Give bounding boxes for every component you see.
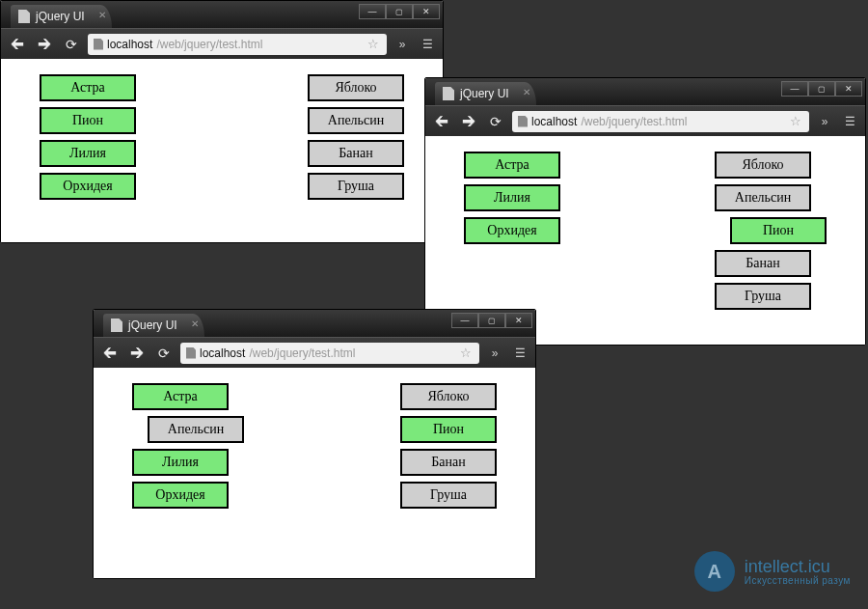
toolbar: 🡰🡲⟳localhost/web/jquery/test.html☆»☰ — [1, 28, 443, 59]
menu-icon[interactable]: ☰ — [840, 112, 859, 131]
sortable-item[interactable]: Лилия — [464, 184, 560, 211]
sortable-item[interactable]: Груша — [715, 283, 811, 310]
sortable-item[interactable]: Апельсин — [308, 107, 404, 134]
sortable-item[interactable]: Орхидея — [464, 217, 560, 244]
close-tab-icon[interactable]: ✕ — [98, 10, 106, 20]
close-tab-icon[interactable]: ✕ — [523, 87, 530, 97]
sortable-item[interactable]: Апельсин — [715, 184, 811, 211]
sortable-list-left[interactable]: АстраЛилияОрхидея — [464, 152, 560, 329]
sortable-item[interactable]: Груша — [308, 173, 404, 200]
sortable-list-right[interactable]: ЯблокоАпельсинПионБананГруша — [715, 152, 827, 329]
page-icon — [443, 87, 454, 100]
url-host: localhost — [200, 346, 245, 360]
maximize-button[interactable] — [808, 81, 835, 97]
back-button[interactable]: 🡰 — [431, 111, 452, 132]
back-button[interactable]: 🡰 — [7, 34, 28, 55]
minimize-button[interactable] — [359, 4, 386, 19]
toolbar: 🡰🡲⟳localhost/web/jquery/test.html☆»☰ — [425, 105, 865, 136]
sortable-item[interactable]: Орхидея — [40, 173, 136, 200]
close-tab-icon[interactable]: ✕ — [191, 318, 199, 329]
sortable-list-right[interactable]: ЯблокоПионБананГруша — [400, 383, 497, 563]
sortable-item[interactable]: Яблоко — [715, 152, 811, 179]
tab-title: jQuery UI — [460, 87, 509, 100]
sortable-item[interactable]: Банан — [308, 140, 404, 167]
page-content: АстраАпельсинЛилияОрхидеяЯблокоПионБанан… — [94, 368, 535, 578]
overflow-icon[interactable]: » — [815, 112, 834, 131]
sortable-item[interactable]: Яблоко — [400, 383, 497, 410]
watermark-title: intellect.icu — [745, 558, 851, 575]
page-icon — [94, 39, 103, 50]
address-bar[interactable]: localhost/web/jquery/test.html☆ — [512, 111, 809, 132]
sortable-item[interactable]: Апельсин — [148, 416, 244, 443]
sortable-item[interactable]: Пион — [40, 107, 136, 134]
watermark-badge-icon: A — [694, 551, 735, 592]
sortable-item[interactable]: Лилия — [132, 449, 229, 476]
url-host: localhost — [531, 115, 577, 128]
tab-title: jQuery UI — [128, 318, 177, 332]
page-content: АстраПионЛилияОрхидеяЯблокоАпельсинБанан… — [1, 59, 443, 242]
sortable-item[interactable]: Астра — [464, 152, 560, 179]
url-path: /web/jquery/test.html — [249, 346, 355, 360]
browser-window: jQuery UI✕🡰🡲⟳localhost/web/jquery/test.h… — [0, 0, 444, 243]
reload-button[interactable]: ⟳ — [485, 111, 506, 132]
sortable-item[interactable]: Пион — [730, 217, 827, 244]
sortable-item[interactable]: Лилия — [40, 140, 136, 167]
url-path: /web/jquery/test.html — [581, 115, 687, 128]
forward-button[interactable]: 🡲 — [458, 111, 479, 132]
url-path: /web/jquery/test.html — [156, 38, 262, 51]
bookmark-icon[interactable]: ☆ — [460, 346, 472, 360]
page-icon — [18, 10, 30, 23]
page-icon — [111, 318, 122, 332]
watermark-text: intellect.icu Искусственный разум — [745, 558, 851, 586]
browser-tab[interactable]: jQuery UI✕ — [103, 314, 204, 337]
maximize-button[interactable] — [386, 4, 413, 19]
sortable-item[interactable]: Банан — [715, 250, 811, 277]
browser-tab[interactable]: jQuery UI✕ — [11, 5, 112, 28]
close-button[interactable] — [413, 4, 440, 19]
maximize-button[interactable] — [478, 313, 505, 328]
address-bar[interactable]: localhost/web/jquery/test.html☆ — [180, 343, 479, 364]
sortable-item[interactable]: Астра — [132, 383, 229, 410]
reload-button[interactable]: ⟳ — [153, 343, 175, 364]
close-button[interactable] — [505, 313, 532, 328]
sortable-list-left[interactable]: АстраАпельсинЛилияОрхидея — [132, 383, 244, 563]
address-bar[interactable]: localhost/web/jquery/test.html☆ — [88, 34, 387, 55]
bookmark-icon[interactable]: ☆ — [367, 37, 379, 51]
page-icon — [186, 347, 196, 359]
watermark-subtitle: Искусственный разум — [745, 575, 851, 586]
browser-tab[interactable]: jQuery UI✕ — [435, 82, 536, 105]
reload-button[interactable]: ⟳ — [61, 34, 82, 55]
overflow-icon[interactable]: » — [485, 344, 504, 363]
page-icon — [518, 116, 528, 127]
sortable-item[interactable]: Пион — [400, 416, 497, 443]
forward-button[interactable]: 🡲 — [34, 34, 55, 55]
window-controls — [781, 81, 862, 97]
overflow-icon[interactable]: » — [393, 35, 412, 54]
sortable-list-left[interactable]: АстраПионЛилияОрхидея — [40, 74, 136, 227]
watermark: A intellect.icu Искусственный разум — [694, 551, 851, 592]
titlebar[interactable]: jQuery UI✕ — [94, 310, 535, 337]
titlebar[interactable]: jQuery UI✕ — [1, 1, 443, 28]
toolbar: 🡰🡲⟳localhost/web/jquery/test.html☆»☰ — [94, 337, 535, 368]
url-host: localhost — [107, 38, 152, 51]
close-button[interactable] — [835, 81, 862, 97]
sortable-item[interactable]: Астра — [40, 74, 136, 101]
minimize-button[interactable] — [451, 313, 478, 328]
sortable-item[interactable]: Орхидея — [132, 482, 229, 509]
sortable-list-right[interactable]: ЯблокоАпельсинБананГруша — [308, 74, 404, 227]
tab-title: jQuery UI — [36, 10, 85, 23]
minimize-button[interactable] — [781, 81, 808, 97]
window-controls — [359, 4, 440, 19]
bookmark-icon[interactable]: ☆ — [790, 114, 801, 128]
sortable-item[interactable]: Банан — [400, 449, 497, 476]
back-button[interactable]: 🡰 — [99, 343, 121, 364]
window-controls — [451, 313, 532, 328]
menu-icon[interactable]: ☰ — [510, 344, 529, 363]
menu-icon[interactable]: ☰ — [418, 35, 437, 54]
browser-window: jQuery UI✕🡰🡲⟳localhost/web/jquery/test.h… — [93, 309, 536, 579]
forward-button[interactable]: 🡲 — [126, 343, 148, 364]
sortable-item[interactable]: Груша — [400, 482, 497, 509]
browser-window: jQuery UI✕🡰🡲⟳localhost/web/jquery/test.h… — [424, 77, 866, 346]
sortable-item[interactable]: Яблоко — [308, 74, 404, 101]
titlebar[interactable]: jQuery UI✕ — [425, 78, 865, 105]
